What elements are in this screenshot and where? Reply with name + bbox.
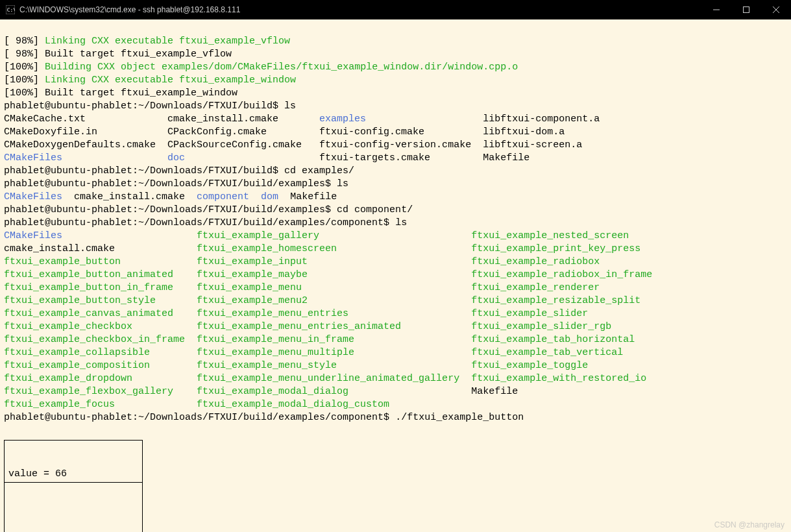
terminal-window: C:\ C:\WINDOWS\system32\cmd.exe - ssh ph… (0, 0, 791, 532)
command: ./ftxui_example_button (395, 412, 524, 423)
prompt: phablet@ubuntu-phablet:~/Downloads/FTXUI… (4, 204, 331, 215)
ls-examples-output: CMakeFiles cmake_install.cmake component… (4, 191, 787, 204)
svg-text:C:\: C:\ (7, 7, 15, 13)
prompt: phablet@ubuntu-phablet:~/Downloads/FTXUI… (4, 101, 278, 112)
ls-build-output: CMakeCache.txt CMakeDoxyfile.in CMakeDox… (4, 113, 787, 165)
command: ls (284, 101, 296, 112)
window-controls (701, 0, 791, 19)
command: ls (337, 178, 348, 189)
window-title: C:\WINDOWS\system32\cmd.exe - ssh phable… (19, 5, 240, 14)
ls-component-output: CMakeFiles cmake_install.cmake ftxui_exa… (4, 230, 787, 411)
titlebar[interactable]: C:\ C:\WINDOWS\system32\cmd.exe - ssh ph… (0, 0, 791, 19)
close-button[interactable] (761, 0, 791, 19)
watermark: CSDN @zhangrelay (714, 520, 785, 529)
tui-widget: value = 66 Decrease Increase (4, 440, 143, 532)
command: cd component/ (337, 204, 413, 215)
prompt: phablet@ubuntu-phablet:~/Downloads/FTXUI… (4, 217, 389, 228)
gauge-row (5, 509, 142, 532)
command: cd examples/ (284, 165, 354, 176)
prompt: phablet@ubuntu-phablet:~/Downloads/FTXUI… (4, 412, 389, 423)
build-output: [ 98%] Linking CXX executable ftxui_exam… (4, 35, 787, 100)
prompt: phablet@ubuntu-phablet:~/Downloads/FTXUI… (4, 178, 331, 189)
svg-rect-3 (744, 7, 749, 13)
maximize-button[interactable] (731, 0, 761, 19)
prompt: phablet@ubuntu-phablet:~/Downloads/FTXUI… (4, 165, 278, 176)
terminal-content[interactable]: [ 98%] Linking CXX executable ftxui_exam… (0, 19, 791, 532)
value-display: value = 66 (5, 466, 142, 483)
command: ls (395, 217, 407, 228)
value-label: value = 66 (8, 468, 67, 479)
cmd-icon: C:\ (5, 5, 16, 15)
minimize-button[interactable] (701, 0, 731, 19)
